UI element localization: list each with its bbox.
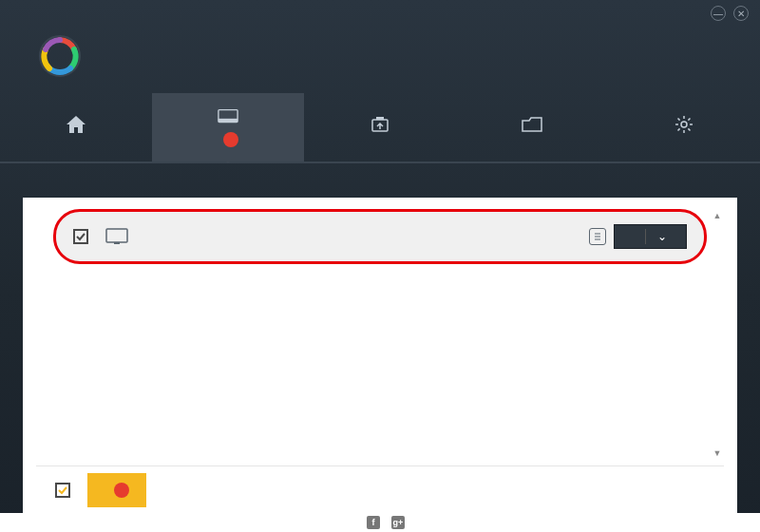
scroll-down-icon[interactable]: ▼ — [711, 446, 724, 460]
driver-list: ⌄ ▲ ▼ — [36, 203, 724, 460]
monitor-icon — [105, 228, 128, 245]
svg-rect-2 — [218, 119, 238, 123]
tab-driver-updates[interactable] — [152, 93, 304, 162]
svg-rect-4 — [376, 117, 384, 120]
driver-checkbox[interactable] — [73, 229, 88, 244]
minimize-button[interactable]: — — [711, 6, 726, 21]
backup-icon — [370, 115, 390, 134]
facebook-icon[interactable]: f — [367, 516, 380, 529]
svg-rect-6 — [106, 229, 127, 242]
restore-icon — [522, 115, 542, 134]
svg-rect-7 — [114, 242, 120, 244]
details-icon[interactable] — [589, 228, 606, 245]
googleplus-icon[interactable]: g+ — [391, 516, 405, 529]
home-icon — [66, 115, 86, 134]
footer: f g+ — [0, 513, 760, 532]
updates-icon — [218, 107, 238, 126]
updates-badge — [223, 132, 238, 147]
driver-row-highlighted: ⌄ — [53, 209, 707, 264]
content-panel: ⌄ ▲ ▼ — [23, 198, 737, 513]
gear-icon — [674, 115, 694, 134]
scrollbar[interactable]: ▲ ▼ — [711, 209, 724, 460]
svg-point-5 — [681, 122, 687, 127]
update-button[interactable]: ⌄ — [614, 224, 687, 249]
download-install-button[interactable] — [87, 473, 146, 507]
download-badge — [114, 483, 129, 498]
scroll-up-icon[interactable]: ▲ — [711, 209, 724, 222]
main-tabs — [0, 93, 760, 163]
select-all-checkbox[interactable] — [55, 483, 70, 498]
app-logo-icon — [38, 34, 82, 78]
tab-backup[interactable] — [304, 93, 456, 162]
tab-home[interactable] — [0, 93, 152, 162]
tab-settings[interactable] — [608, 93, 760, 162]
tab-restore[interactable] — [456, 93, 608, 162]
close-button[interactable]: ✕ — [733, 6, 749, 21]
bottom-bar — [36, 466, 724, 513]
app-header — [0, 27, 760, 93]
chevron-down-icon[interactable]: ⌄ — [657, 230, 667, 243]
button-divider — [645, 229, 646, 244]
